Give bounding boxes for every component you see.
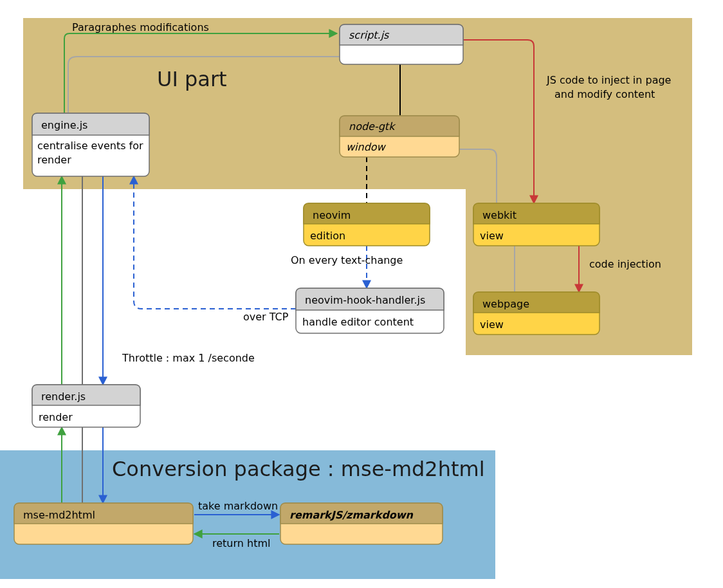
- node-hook-body: handle editor content: [302, 316, 414, 328]
- node-webkit: webkit view: [473, 203, 599, 246]
- node-neovim-body: edition: [310, 230, 345, 242]
- node-renderjs-body: render: [39, 411, 73, 423]
- node-scriptjs: script.js: [340, 24, 463, 64]
- edge-hook-to-engine: [134, 176, 296, 309]
- node-nodegtk-title: node-gtk: [349, 120, 396, 133]
- node-msemd2html-title: mse-md2html: [23, 509, 95, 521]
- label-textchange: On every text-change: [291, 254, 403, 266]
- node-webkit-body: view: [480, 230, 504, 242]
- node-nodegtk-body: window: [346, 141, 387, 153]
- node-enginejs: engine.js centralise events for render: [32, 113, 149, 176]
- node-neovim: neovim edition: [304, 203, 430, 246]
- node-renderjs-title: render.js: [41, 390, 86, 403]
- node-webpage-body: view: [480, 318, 504, 331]
- node-hook-title: neovim-hook-handler.js: [305, 294, 425, 306]
- label-codeinjection: code injection: [589, 258, 661, 270]
- node-renderjs: render.js render: [32, 385, 140, 427]
- label-paragraphes: Paragraphes modifications: [72, 21, 209, 33]
- label-overtcp: over TCP: [243, 311, 289, 323]
- label-takemd: take markdown: [198, 500, 278, 512]
- node-scriptjs-title: script.js: [349, 29, 390, 41]
- label-jsinject-2: and modify content: [554, 88, 655, 100]
- node-hookhandler: neovim-hook-handler.js handle editor con…: [296, 288, 444, 333]
- node-enginejs-body-1: centralise events for: [37, 140, 143, 152]
- node-remarkjs-title: remarkJS/zmarkdown: [289, 509, 414, 521]
- node-webpage-title: webpage: [482, 298, 529, 310]
- node-neovim-title: neovim: [313, 209, 351, 221]
- node-nodegtk: node-gtk window: [340, 116, 459, 157]
- node-msemd2html: mse-md2html: [14, 503, 193, 544]
- node-webpage: webpage view: [473, 292, 599, 335]
- region-conversion-title: Conversion package : mse-md2html: [112, 457, 485, 481]
- label-jsinject-1: JS code to inject in page: [546, 74, 671, 86]
- node-remarkjs: remarkJS/zmarkdown: [280, 503, 443, 544]
- node-enginejs-title: engine.js: [41, 119, 87, 131]
- diagram-canvas: UI part Conversion package : mse-md2html…: [0, 0, 723, 588]
- node-enginejs-body-2: render: [37, 154, 71, 166]
- label-throttle: Throttle : max 1 /seconde: [122, 352, 255, 364]
- node-webkit-title: webkit: [482, 209, 517, 221]
- region-ui-part-title: UI part: [157, 67, 227, 91]
- label-returnhtml: return html: [212, 537, 270, 549]
